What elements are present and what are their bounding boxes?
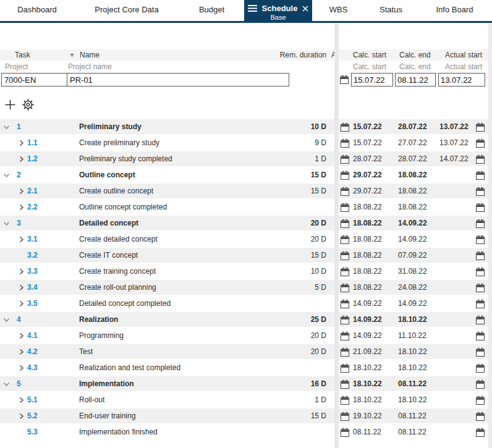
task-row[interactable]: 4.1Programming20 D [0,328,334,344]
task-row[interactable]: 3.4Create roll-out planning5 D [0,280,334,296]
task-row[interactable]: 4Realization25 D [0,312,334,328]
chevron-down-icon[interactable] [3,125,10,130]
calendar-icon[interactable] [476,235,485,244]
task-row[interactable]: 1.1Create preliminary study9 D [0,135,334,151]
calendar-icon[interactable] [341,364,349,373]
date-row[interactable]: 18.10.2218.10.22 [339,360,488,376]
chevron-right-icon[interactable] [19,397,24,404]
tab-budget[interactable]: Budget [179,0,244,21]
calendar-icon[interactable] [476,284,485,292]
chevron-down-icon[interactable] [3,382,10,387]
tab-schedule[interactable]: Schedule Base [244,0,312,21]
chevron-right-icon[interactable] [19,156,24,163]
chevron-right-icon[interactable] [19,140,24,146]
calendar-icon[interactable] [341,412,349,421]
calendar-icon[interactable] [476,139,485,148]
task-row[interactable]: 2.1Create outline concept15 D [0,184,334,200]
date-row[interactable]: 14.09.2218.10.22 [339,312,488,328]
task-row[interactable]: 4.3Realization and test completed [0,360,334,376]
date-row[interactable]: 18.08.2214.09.22 [339,216,488,232]
calendar-icon[interactable] [476,412,485,421]
calendar-icon[interactable] [341,139,349,148]
date-row[interactable]: 18.10.2218.10.22 [339,392,488,408]
close-tab-icon[interactable] [302,6,308,12]
chevron-right-icon[interactable] [19,188,24,195]
task-row[interactable]: 3Detailed concept20 D [0,216,334,232]
calendar-icon[interactable] [341,284,349,292]
task-row[interactable]: 5Implementation16 D [0,376,334,392]
column-header-name[interactable]: Name [80,49,100,61]
chevron-right-icon[interactable] [19,284,24,291]
calendar-icon[interactable] [341,428,349,437]
calendar-icon[interactable] [476,396,485,405]
chevron-right-icon[interactable] [19,365,24,371]
calendar-icon[interactable] [341,332,349,340]
calendar-icon[interactable] [341,251,349,260]
calendar-icon[interactable] [341,203,349,212]
task-row[interactable]: 2.2Outline concept completed [0,200,334,216]
date-row[interactable]: 14.09.2214.09.22 [339,296,488,312]
calendar-icon[interactable] [476,155,485,164]
tab-status[interactable]: Status [365,0,417,21]
calendar-icon[interactable] [476,364,485,373]
calendar-icon[interactable] [476,187,485,196]
column-header-calc-start[interactable]: Calc. start [353,49,386,61]
tab-dashboard[interactable]: Dashboard [0,0,74,21]
date-row[interactable]: 15.07.2228.07.2213.07.22 [339,119,488,135]
calendar-icon[interactable] [341,268,349,276]
calendar-icon[interactable] [341,316,349,324]
calendar-icon[interactable] [341,380,349,389]
tab-wbs[interactable]: WBS [312,0,365,21]
calendar-icon[interactable] [341,123,349,132]
add-task-button[interactable] [5,99,15,110]
menu-icon[interactable] [248,5,257,12]
project-calc-start-field[interactable] [351,73,393,87]
calendar-icon[interactable] [341,187,349,196]
project-name-field[interactable] [67,74,289,86]
date-row[interactable]: 28.07.2228.07.2214.07.22 [339,151,488,167]
tab-project-core-data[interactable]: Project Core Data [74,0,179,21]
task-row[interactable]: 5.3Implementation finished [0,425,334,441]
column-header-calc-end[interactable]: Calc. end [399,49,431,61]
calendar-icon[interactable] [340,75,349,84]
calendar-icon[interactable] [341,300,349,308]
calendar-icon[interactable] [476,380,485,389]
add-column-button[interactable]: + [70,49,74,61]
task-row[interactable]: 1Preliminary study10 D [0,119,334,135]
task-row[interactable]: 2Outline concept15 D [0,167,334,184]
chevron-down-icon[interactable] [3,318,10,323]
project-actual-start-field[interactable] [438,73,485,87]
calendar-icon[interactable] [476,171,485,180]
date-row[interactable]: 29.07.2218.08.22 [339,167,488,184]
chevron-right-icon[interactable] [19,413,24,420]
chevron-right-icon[interactable] [19,236,24,243]
chevron-right-icon[interactable] [19,204,24,211]
calendar-icon[interactable] [476,251,485,260]
date-row[interactable]: 19.10.2208.11.22 [339,408,488,425]
date-row[interactable]: 18.08.2231.08.22 [339,264,488,280]
calendar-icon[interactable] [341,155,349,164]
date-row[interactable]: 18.08.2218.08.22 [339,200,488,216]
chevron-right-icon[interactable] [19,332,24,339]
panel-splitter[interactable] [334,23,339,448]
project-calc-end-field[interactable] [395,73,436,87]
column-header-rem-duration[interactable]: Rem. duration [280,49,326,61]
calendar-icon[interactable] [341,396,349,405]
calendar-icon[interactable] [476,123,485,132]
calendar-icon[interactable] [476,332,485,340]
date-row[interactable]: 14.09.2211.10.22 [339,328,488,344]
chevron-down-icon[interactable] [3,221,10,226]
column-header-actual-start[interactable]: Actual start [445,49,482,61]
task-row[interactable]: 3.5Detailed concept completed [0,296,334,312]
tab-info-board[interactable]: Info Board [417,0,492,21]
date-row[interactable]: 18.08.2224.08.22 [339,280,488,296]
date-row[interactable]: 18.10.2208.11.22 [339,376,488,392]
calendar-icon[interactable] [476,203,485,212]
date-row[interactable]: 21.09.2218.10.22 [339,344,488,360]
project-id-field[interactable] [2,74,67,86]
calendar-icon[interactable] [476,219,485,228]
chevron-right-icon[interactable] [19,300,24,307]
chevron-down-icon[interactable] [3,173,10,178]
task-row[interactable]: 3.1Create detailed concept20 D [0,232,334,248]
calendar-icon[interactable] [476,268,485,276]
